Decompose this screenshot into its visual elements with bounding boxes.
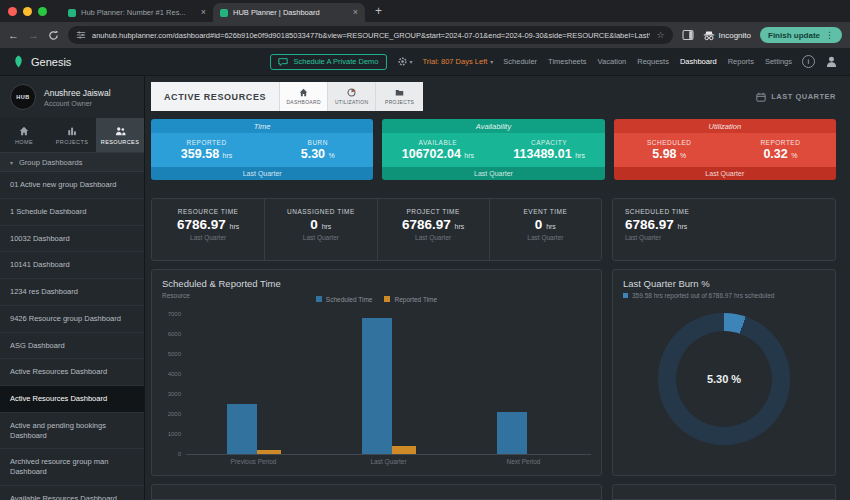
- reload-icon[interactable]: [48, 30, 59, 41]
- settings-gear-menu[interactable]: ▾: [397, 56, 413, 67]
- nav-scheduler[interactable]: Scheduler: [503, 57, 537, 66]
- dashboard-tabs: DASHBOARD UTILIZATION PROJECTS: [279, 82, 423, 111]
- nav-dashboard[interactable]: Dashboard: [680, 57, 717, 66]
- group-dashboards-header[interactable]: ▾ Group Dashboards: [0, 152, 144, 172]
- brand[interactable]: Genesis: [12, 55, 71, 68]
- bar-scheduled-time[interactable]: [227, 404, 257, 454]
- metric-unit: %: [791, 152, 797, 159]
- tab-projects[interactable]: PROJECTS: [375, 82, 423, 111]
- browser-menu-icon[interactable]: ⋮: [825, 30, 834, 40]
- sidebar-tab-home[interactable]: HOME: [0, 118, 48, 152]
- period-selector[interactable]: LAST QUARTER: [756, 82, 836, 111]
- finish-update-button[interactable]: Finish update ⋮: [760, 27, 842, 43]
- nav-settings[interactable]: Settings: [765, 57, 792, 66]
- nav-requests[interactable]: Requests: [637, 57, 669, 66]
- address-bar[interactable]: anuhub.hubplanner.com/dashboard#id=626b9…: [68, 26, 673, 44]
- nav-vacation[interactable]: Vacation: [598, 57, 627, 66]
- last-quarter-button[interactable]: Last Quarter: [614, 167, 836, 180]
- close-tab-icon[interactable]: ×: [353, 8, 358, 17]
- x-axis-label: Next Period: [456, 455, 591, 465]
- metric-label: REPORTED: [760, 139, 800, 146]
- stat-label: RESOURCE TIME: [178, 208, 239, 215]
- site-info-icon[interactable]: [76, 30, 86, 40]
- user-card[interactable]: HUB Anushree Jaiswal Account Owner: [0, 76, 144, 118]
- stat-label: SCHEDULED TIME: [625, 208, 689, 215]
- browser-toolbar: ← → anuhub.hubplanner.com/dashboard#id=6…: [0, 22, 850, 48]
- minimize-window-button[interactable]: [23, 7, 32, 16]
- bar-scheduled-time[interactable]: [497, 412, 527, 454]
- chevron-down-icon: ▾: [10, 159, 13, 166]
- sidebar-item-dashboard[interactable]: Active Resources Dashboard: [0, 386, 144, 413]
- sidebar-tab-projects[interactable]: PROJECTS: [48, 118, 96, 152]
- nav-timesheets[interactable]: Timesheets: [548, 57, 587, 66]
- sidebar-item-dashboard[interactable]: 10032 Dashboard: [0, 226, 144, 253]
- sidebar-item-dashboard[interactable]: Active Resources Dashboard: [0, 359, 144, 386]
- incognito-badge: Incognito: [703, 30, 751, 41]
- x-axis-label: Last Quarter: [321, 455, 456, 465]
- bar-scheduled-time[interactable]: [362, 318, 392, 454]
- bar-group: [321, 318, 456, 454]
- utilization-tab-icon: [347, 88, 356, 97]
- donut-chart[interactable]: 5.30 %: [658, 313, 790, 445]
- home-icon: [19, 126, 29, 136]
- legend-item[interactable]: Reported Time: [384, 296, 437, 303]
- legend-item[interactable]: Scheduled Time: [316, 296, 373, 303]
- bar-reported-time[interactable]: [257, 450, 281, 454]
- stat-unassigned-time: UNASSIGNED TIME 0 hrs Last Quarter: [264, 199, 376, 260]
- legend-label: Reported Time: [394, 296, 437, 303]
- incognito-label: Incognito: [719, 31, 751, 40]
- forward-icon[interactable]: →: [28, 30, 39, 41]
- period-label: LAST QUARTER: [771, 92, 836, 101]
- close-tab-icon[interactable]: ×: [201, 8, 206, 17]
- sidebar-item-dashboard[interactable]: Archived resource group man Dashboard: [0, 449, 144, 486]
- metric-label: REPORTED: [187, 139, 227, 146]
- sidebar-item-dashboard[interactable]: 1234 res Dashboard: [0, 279, 144, 306]
- app-header: Genesis Schedule A Private Demo ▾ Trial:…: [0, 48, 850, 76]
- metric-value: 5.98: [652, 147, 676, 161]
- close-window-button[interactable]: [8, 7, 17, 16]
- card-stub: [612, 484, 836, 500]
- sidebar-item-dashboard[interactable]: Available Resources Dashboard: [0, 486, 144, 500]
- bar-group: [186, 404, 321, 454]
- tab-dashboard[interactable]: DASHBOARD: [279, 82, 327, 111]
- metric-value: 0.32: [763, 147, 787, 161]
- sidebar-tab-label: PROJECTS: [56, 139, 89, 145]
- nav-reports[interactable]: Reports: [728, 57, 754, 66]
- bookmark-star-icon[interactable]: ☆: [656, 30, 664, 40]
- bar-reported-time[interactable]: [392, 446, 416, 453]
- donut-center-label: 5.30 %: [676, 331, 772, 427]
- incognito-icon: [703, 30, 715, 41]
- back-icon[interactable]: ←: [8, 30, 19, 41]
- sidebar-item-dashboard[interactable]: 1 Schedule Dashboard: [0, 199, 144, 226]
- sidebar-item-dashboard[interactable]: ASG Dashboard: [0, 333, 144, 360]
- zoom-window-button[interactable]: [38, 7, 47, 16]
- genesis-logo-icon: [12, 55, 25, 68]
- x-axis: Previous PeriodLast QuarterNext Period: [186, 455, 591, 465]
- sidebar-item-dashboard[interactable]: 10141 Dashboard: [0, 252, 144, 279]
- browser-tab-strip: Hub Planner: Number #1 Res... × HUB Plan…: [0, 0, 850, 22]
- tab-label: PROJECTS: [385, 99, 414, 105]
- trial-countdown[interactable]: Trial: 807 Days Left ▾: [423, 57, 494, 66]
- browser-tab-active[interactable]: HUB Planner | Dashboard ×: [213, 3, 365, 22]
- profile-icon[interactable]: [825, 55, 838, 68]
- tab-utilization[interactable]: UTILIZATION: [327, 82, 375, 111]
- y-tick-label: 4000: [168, 371, 181, 377]
- url-text[interactable]: anuhub.hubplanner.com/dashboard#id=626b9…: [92, 31, 650, 40]
- side-panel-icon[interactable]: [682, 29, 694, 41]
- last-quarter-button[interactable]: Last Quarter: [151, 167, 373, 180]
- chevron-down-icon: ▾: [490, 58, 493, 65]
- sidebar-tab-resources[interactable]: RESOURCES: [96, 118, 144, 152]
- sidebar-item-dashboard[interactable]: 01 Active new group Dashboard: [0, 172, 144, 199]
- dashboard-header: ACTIVE RESOURCES DASHBOARD UTILIZATION P…: [151, 82, 836, 111]
- sidebar-item-dashboard[interactable]: 9426 Resource group Dashboard: [0, 306, 144, 333]
- last-quarter-button[interactable]: Last Quarter: [382, 167, 604, 180]
- schedule-demo-button[interactable]: Schedule A Private Demo: [270, 54, 386, 70]
- new-tab-button[interactable]: +: [375, 4, 382, 18]
- sidebar-item-dashboard[interactable]: Active and pending bookings Dashboard: [0, 413, 144, 450]
- metric-available: AVAILABLE 106702.04 hrs: [382, 133, 493, 167]
- stat-unit: hrs: [546, 223, 556, 230]
- content: HUB Anushree Jaiswal Account Owner HOME …: [0, 76, 850, 500]
- browser-tab[interactable]: Hub Planner: Number #1 Res... ×: [61, 3, 213, 22]
- help-icon[interactable]: i: [802, 55, 815, 68]
- tab-label: UTILIZATION: [335, 99, 369, 105]
